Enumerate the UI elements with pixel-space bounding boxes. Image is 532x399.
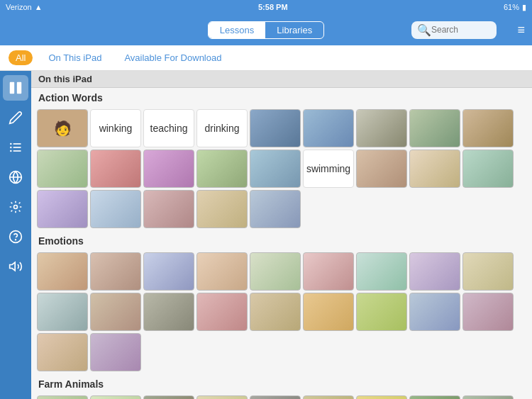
wifi-icon: ▲ — [35, 3, 43, 11]
list-item[interactable] — [143, 252, 194, 291]
action-words-label: Action Words — [31, 88, 532, 106]
emotions-label: Emotions — [31, 231, 532, 249]
top-nav: Lessons Libraries 🔍 ≡ — [0, 14, 532, 45]
list-item[interactable] — [409, 150, 460, 188]
list-item[interactable]: 🧑 — [37, 109, 88, 147]
list-item[interactable] — [196, 252, 248, 291]
list-item[interactable] — [356, 252, 407, 291]
list-item[interactable] — [409, 109, 460, 147]
list-item[interactable] — [409, 252, 460, 291]
list-item[interactable]: winking — [90, 109, 141, 147]
sidebar-item-pencil[interactable] — [3, 105, 28, 130]
svg-rect-1 — [17, 82, 21, 94]
list-item[interactable] — [303, 109, 354, 147]
sidebar — [0, 71, 31, 399]
tab-group: Lessons Libraries — [208, 21, 324, 39]
svg-rect-0 — [10, 82, 14, 94]
emotions-grid — [31, 249, 532, 374]
list-item[interactable] — [250, 109, 301, 147]
section-header: On this iPad — [31, 71, 532, 88]
list-item[interactable]: drinking — [196, 109, 248, 147]
list-item[interactable] — [90, 395, 141, 399]
list-item[interactable] — [250, 190, 301, 228]
list-view-icon[interactable]: ≡ — [517, 23, 525, 38]
list-item[interactable] — [250, 150, 301, 188]
sidebar-item-gear[interactable] — [3, 194, 28, 220]
list-item[interactable] — [90, 333, 141, 371]
list-item[interactable] — [90, 190, 141, 228]
list-item[interactable] — [356, 150, 407, 188]
farm-animals-grid — [31, 393, 532, 399]
list-item[interactable] — [37, 252, 88, 291]
carrier-label: Verizon — [6, 3, 32, 11]
list-item[interactable] — [37, 395, 88, 399]
list-item[interactable] — [196, 395, 248, 399]
list-item[interactable] — [462, 252, 514, 291]
filter-bar: All On This iPad Available For Download — [0, 45, 532, 71]
list-item[interactable] — [143, 150, 194, 188]
search-box[interactable]: 🔍 — [411, 21, 497, 39]
status-right: 61% ▮ — [504, 3, 526, 12]
svg-point-7 — [10, 150, 12, 152]
list-item[interactable] — [196, 190, 248, 228]
list-item[interactable] — [356, 395, 407, 399]
list-item[interactable]: swimming — [303, 150, 354, 188]
list-item[interactable] — [143, 395, 194, 399]
list-item[interactable] — [409, 293, 460, 331]
filter-all[interactable]: All — [9, 50, 33, 65]
list-item[interactable] — [250, 252, 301, 291]
main-layout: On this iPad Action Words 🧑 winking teac… — [0, 71, 532, 399]
tab-lessons[interactable]: Lessons — [209, 22, 265, 38]
list-item[interactable] — [303, 395, 354, 399]
list-item[interactable] — [462, 109, 514, 147]
list-item[interactable] — [250, 293, 301, 331]
status-bar: Verizon ▲ 5:58 PM 61% ▮ — [0, 0, 532, 14]
list-item[interactable] — [462, 395, 514, 399]
list-item[interactable] — [37, 293, 88, 331]
svg-point-9 — [14, 206, 18, 209]
search-input[interactable] — [431, 25, 495, 35]
list-item[interactable] — [462, 293, 514, 331]
list-item[interactable] — [37, 333, 88, 371]
svg-marker-12 — [10, 262, 16, 271]
list-item[interactable]: teaching — [143, 109, 194, 147]
sidebar-item-speaker[interactable] — [3, 254, 28, 279]
list-item[interactable] — [462, 150, 514, 188]
battery-label: 61% — [504, 3, 519, 11]
list-item[interactable] — [303, 293, 354, 331]
list-item[interactable] — [196, 293, 248, 331]
list-item[interactable] — [409, 395, 460, 399]
sidebar-item-help[interactable] — [3, 224, 28, 249]
filter-download[interactable]: Available For Download — [117, 50, 228, 65]
content-area: On this iPad Action Words 🧑 winking teac… — [31, 71, 532, 399]
status-time: 5:58 PM — [258, 3, 288, 11]
list-item[interactable] — [90, 252, 141, 291]
list-item[interactable] — [196, 150, 248, 188]
list-item[interactable] — [37, 190, 88, 228]
sidebar-item-list[interactable] — [3, 135, 28, 160]
list-item[interactable] — [143, 293, 194, 331]
svg-point-5 — [10, 143, 12, 145]
farm-animals-label: Farm Animals — [31, 374, 532, 393]
svg-point-6 — [10, 147, 12, 149]
list-item[interactable] — [250, 395, 301, 399]
list-item[interactable] — [303, 252, 354, 291]
search-icon: 🔍 — [417, 23, 431, 37]
sidebar-item-books[interactable] — [3, 75, 28, 101]
filter-on-ipad[interactable]: On This iPad — [41, 50, 109, 65]
battery-icon: ▮ — [522, 3, 526, 12]
list-item[interactable] — [37, 150, 88, 188]
list-item[interactable] — [90, 150, 141, 188]
list-item[interactable] — [90, 293, 141, 331]
action-words-grid: 🧑 winking teaching drinking — [31, 106, 532, 231]
sidebar-item-globe[interactable] — [3, 164, 28, 190]
status-left: Verizon ▲ — [6, 3, 43, 11]
list-item[interactable] — [356, 293, 407, 331]
list-item[interactable] — [356, 109, 407, 147]
svg-point-11 — [16, 240, 16, 240]
tab-libraries[interactable]: Libraries — [265, 22, 323, 38]
list-item[interactable] — [143, 190, 194, 228]
